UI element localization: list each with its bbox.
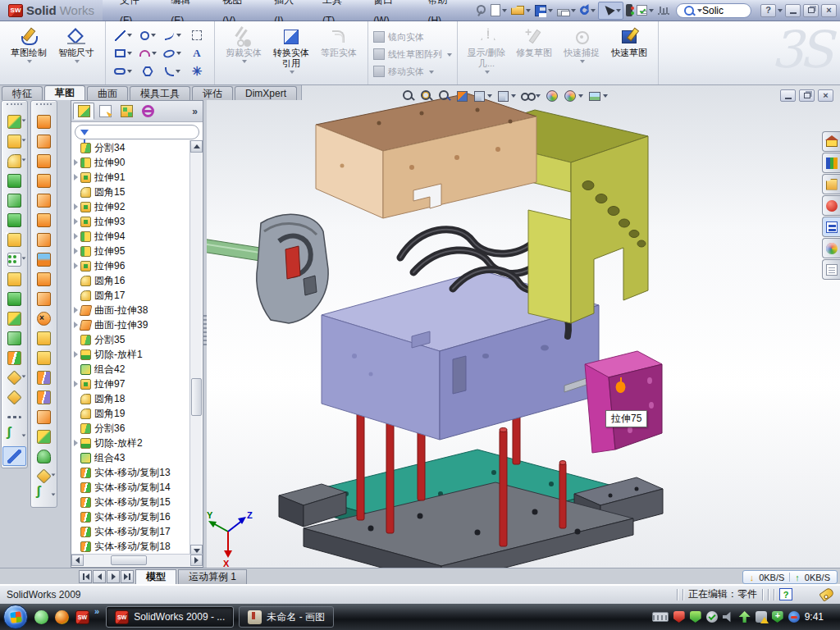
tree-item[interactable]: 曲面-拉伸39	[71, 317, 189, 332]
dropdown-arrow-icon[interactable]	[616, 9, 621, 12]
tree-item[interactable]: 实体-移动/复制15	[71, 495, 189, 509]
tree-item[interactable]: 圆角17	[71, 288, 189, 303]
tab-草图[interactable]: 草图	[44, 85, 85, 100]
scroll-thumb[interactable]	[111, 555, 147, 565]
rebuild-button[interactable]	[624, 2, 634, 20]
featuremanager-tab[interactable]	[73, 103, 94, 120]
tree-item[interactable]: 组合43	[71, 450, 189, 465]
volume-tray-icon[interactable]	[723, 611, 734, 623]
minimize-button[interactable]	[785, 4, 801, 17]
column2-tool-3-button[interactable]	[32, 151, 56, 171]
display-style-button[interactable]	[495, 88, 518, 105]
shield-red-tray-icon[interactable]	[673, 611, 685, 623]
tree-item[interactable]: 实体-移动/复制16	[71, 509, 189, 524]
search-box[interactable]	[676, 3, 751, 18]
print-button[interactable]	[555, 2, 578, 20]
column1-tool-2-button[interactable]	[2, 131, 26, 151]
column1-tool-5-button[interactable]	[2, 190, 26, 210]
voice-button[interactable]	[656, 2, 671, 20]
column2-tool-17-button[interactable]	[32, 427, 56, 446]
tree-filter-box[interactable]	[75, 125, 199, 139]
expand-arrow-icon[interactable]	[74, 322, 78, 328]
column2-tool-8-button[interactable]	[32, 249, 56, 269]
tree-item[interactable]: 分割34	[71, 140, 189, 155]
doc-restore-button[interactable]	[799, 89, 815, 102]
select-region-button[interactable]	[185, 26, 209, 44]
tab-DimXpert[interactable]: DimXpert	[235, 86, 297, 100]
tree-item[interactable]: 实体-移动/复制18	[71, 539, 189, 554]
doc-minimize-button[interactable]	[780, 89, 796, 102]
dimxpertmanager-tab[interactable]	[137, 103, 158, 120]
hide-show-items-button[interactable]	[519, 88, 542, 105]
column2-tool-16-button[interactable]	[32, 407, 56, 427]
column2-tool-7-button[interactable]	[32, 230, 56, 249]
sketch-button[interactable]: 草图绘制	[5, 25, 52, 80]
point-star-button[interactable]: ✳	[185, 62, 209, 80]
arc-button[interactable]	[135, 44, 160, 62]
scroll-thumb[interactable]	[191, 378, 202, 416]
dropdown-arrow-icon[interactable]	[526, 9, 531, 12]
tree-item[interactable]: 拉伸93	[71, 214, 189, 229]
slot-button[interactable]	[111, 62, 135, 80]
line-button[interactable]	[111, 26, 135, 44]
update-check-tray-icon[interactable]	[706, 611, 718, 623]
tree-item[interactable]: 分割35	[71, 332, 189, 347]
previous-view-button[interactable]	[436, 88, 453, 105]
column1-tool-15-button[interactable]	[2, 387, 26, 407]
column2-tool-15-button[interactable]	[32, 387, 56, 407]
expand-arrow-icon[interactable]	[74, 262, 78, 269]
column2-tool-6-button[interactable]	[32, 210, 56, 230]
column1-tool-4-button[interactable]	[2, 171, 26, 190]
dropdown-arrow-icon[interactable]	[502, 9, 507, 12]
tree-item[interactable]: 拉伸94	[71, 229, 189, 244]
rect-button[interactable]	[111, 44, 135, 62]
tab-评估[interactable]: 评估	[192, 86, 233, 100]
expand-arrow-icon[interactable]	[74, 351, 78, 358]
tab-曲面[interactable]: 曲面	[87, 86, 128, 100]
dropdown-arrow-icon[interactable]	[536, 94, 541, 98]
column1-tool-7-button[interactable]	[2, 230, 26, 249]
polygon-button[interactable]	[135, 62, 160, 80]
select-cursor-button[interactable]	[598, 2, 623, 20]
column2-tool-18-button[interactable]	[32, 446, 56, 466]
antivirus-quick-launch-button[interactable]	[55, 610, 69, 624]
view-orientation-button[interactable]	[472, 88, 494, 105]
view-settings-button[interactable]	[587, 88, 609, 105]
column2-tool-14-button[interactable]	[32, 368, 56, 387]
tab-特征[interactable]: 特征	[2, 86, 43, 100]
convert-button[interactable]: 转换实体引用	[267, 25, 315, 80]
toolbox-tab[interactable]	[822, 195, 840, 216]
network-warning-tray-icon[interactable]	[756, 611, 767, 623]
tree-item[interactable]: 实体-移动/复制13	[71, 465, 189, 480]
options-button[interactable]	[635, 2, 655, 20]
pin-button[interactable]	[471, 2, 488, 20]
prev-tab-button[interactable]	[93, 570, 106, 583]
column1-tool-18-button[interactable]	[2, 446, 26, 466]
messenger-quick-launch-button[interactable]	[34, 610, 48, 624]
column1-tool-10-button[interactable]	[2, 289, 26, 308]
tree-item[interactable]: 组合42	[71, 362, 189, 377]
column1-tool-12-button[interactable]	[2, 328, 26, 348]
scroll-up-button[interactable]	[190, 140, 203, 153]
tree-item[interactable]: 圆角18	[71, 391, 189, 406]
column1-tool-1-button[interactable]	[2, 112, 26, 131]
taskbar-button[interactable]: SWSolidWorks 2009 - ...	[106, 606, 234, 628]
smart-dimension-button[interactable]: 智能尺寸	[52, 25, 100, 80]
dropdown-arrow-icon[interactable]	[511, 94, 516, 98]
tree-item[interactable]: 拉伸95	[71, 244, 189, 258]
dropdown-arrow-icon[interactable]	[487, 94, 492, 98]
tree-item[interactable]: 圆角15	[71, 185, 189, 199]
solidworks-quick-launch-button[interactable]: SW	[75, 610, 89, 624]
dropdown-arrow-icon[interactable]	[548, 9, 553, 12]
column2-tool-13-button[interactable]	[32, 348, 56, 368]
circle-button[interactable]	[135, 26, 160, 44]
restore-button[interactable]	[803, 4, 819, 17]
expand-arrow-icon[interactable]	[74, 159, 78, 166]
tree-item[interactable]: 实体-移动/复制14	[71, 480, 189, 495]
taskbar-button[interactable]: 未命名 - 画图	[239, 606, 334, 628]
edit-appearance-button[interactable]	[544, 88, 560, 105]
quick-tips-button[interactable]: ?	[779, 588, 792, 600]
dropdown-arrow-icon[interactable]	[571, 9, 576, 12]
expand-arrow-icon[interactable]	[74, 233, 78, 240]
toolbar-grip[interactable]	[36, 103, 52, 109]
